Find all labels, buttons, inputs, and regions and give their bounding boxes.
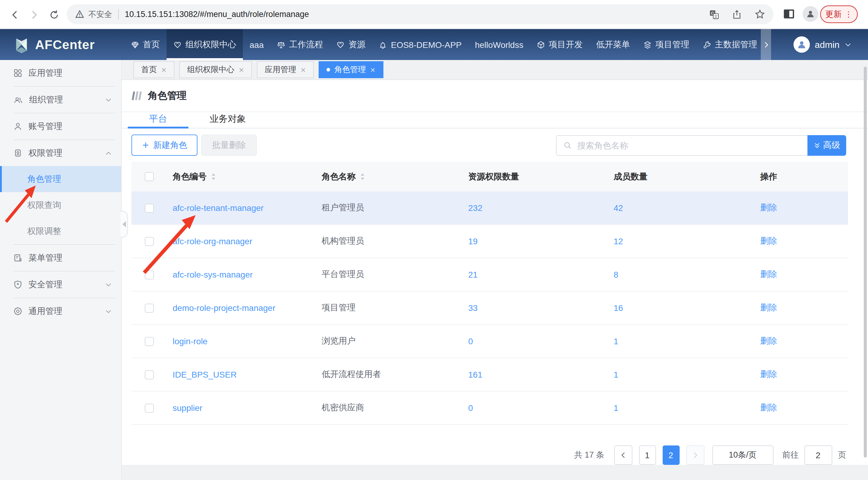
column-header[interactable]: 成员数量 xyxy=(605,171,752,182)
nav-item[interactable]: 资源 xyxy=(330,29,372,60)
member-count-link[interactable]: 8 xyxy=(614,270,618,279)
sidebar-item[interactable]: 角色管理 xyxy=(0,166,121,192)
row-checkbox[interactable] xyxy=(145,403,154,413)
translate-icon[interactable]: G文 xyxy=(709,9,719,19)
resource-count-link[interactable]: 232 xyxy=(468,203,483,213)
table-row[interactable]: afc-role-tenant-manager 租户管理员 232 42 删除 xyxy=(131,191,848,225)
column-header[interactable]: 角色名称 xyxy=(313,171,460,182)
nav-item[interactable]: 首页 xyxy=(124,29,166,60)
nav-item[interactable]: helloWorldss xyxy=(468,29,530,60)
role-id-link[interactable]: demo-role-project-manager xyxy=(173,303,275,313)
sidebar-item[interactable]: 账号管理 xyxy=(0,113,121,140)
nav-item[interactable]: EOS8-DEMO-APP xyxy=(372,29,468,60)
role-id-link[interactable]: afc-role-tenant-manager xyxy=(173,203,264,213)
sort-icon[interactable] xyxy=(360,173,365,181)
batch-delete-button[interactable]: 批量删除 xyxy=(201,134,257,156)
resource-count-link[interactable]: 161 xyxy=(468,370,483,380)
side-panel-icon[interactable] xyxy=(783,8,795,20)
page-size-select[interactable]: 10条/页 xyxy=(712,446,773,465)
page-number-button[interactable]: 1 xyxy=(639,446,656,465)
sidebar-item[interactable]: 通用管理 xyxy=(0,298,121,324)
sidebar-item[interactable]: 组织管理 xyxy=(0,87,121,113)
table-row[interactable]: afc-role-org-manager 机构管理员 19 12 删除 xyxy=(131,225,848,258)
user-menu[interactable]: admin xyxy=(794,29,851,60)
sidebar-item[interactable]: 权限查询 xyxy=(0,192,121,218)
member-count-link[interactable]: 1 xyxy=(614,370,618,380)
delete-link[interactable]: 删除 xyxy=(760,402,777,413)
browser-profile-avatar[interactable] xyxy=(803,6,818,22)
nav-item[interactable]: 组织权限中心 xyxy=(166,29,243,60)
delete-link[interactable]: 删除 xyxy=(760,203,777,213)
sidebar-item[interactable]: 权限调整 xyxy=(0,218,121,244)
resource-count-link[interactable]: 21 xyxy=(468,270,477,279)
row-checkbox[interactable] xyxy=(145,370,154,379)
table-row[interactable]: IDE_BPS_USER 低开流程使用者 161 1 删除 xyxy=(131,358,848,391)
url-text[interactable]: 10.15.15.151:13082/#/menu_auth/role/role… xyxy=(125,10,696,19)
role-id-link[interactable]: afc-role-org-manager xyxy=(173,236,252,246)
nav-item[interactable]: aaa xyxy=(243,29,271,60)
member-count-link[interactable]: 16 xyxy=(614,303,623,313)
create-role-button[interactable]: 新建角色 xyxy=(131,134,197,156)
close-icon[interactable] xyxy=(239,67,244,72)
column-header[interactable]: 资源权限数量 xyxy=(460,171,605,182)
table-row[interactable]: demo-role-project-manager 项目管理 33 16 删除 xyxy=(131,292,848,325)
workspace-tab[interactable]: 首页 xyxy=(133,61,175,78)
row-checkbox[interactable] xyxy=(145,303,154,312)
select-all-checkbox[interactable] xyxy=(145,172,154,181)
row-checkbox[interactable] xyxy=(145,237,154,246)
delete-link[interactable]: 删除 xyxy=(760,269,777,280)
member-count-link[interactable]: 42 xyxy=(614,203,623,213)
row-checkbox[interactable] xyxy=(145,337,154,346)
advanced-search-button[interactable]: 高级 xyxy=(807,135,846,155)
nav-item[interactable]: 低开菜单 xyxy=(589,29,637,60)
member-count-link[interactable]: 12 xyxy=(614,236,623,246)
role-id-link[interactable]: supplier xyxy=(173,403,202,413)
next-page-button[interactable] xyxy=(686,446,704,465)
close-icon[interactable] xyxy=(370,67,376,72)
close-icon[interactable] xyxy=(161,67,166,72)
table-row[interactable]: afc-role-sys-manager 平台管理员 21 8 删除 xyxy=(131,258,848,292)
menu-dots-icon[interactable]: ⋮ xyxy=(845,10,852,19)
resource-count-link[interactable]: 19 xyxy=(468,236,477,246)
page-scrollbar[interactable] xyxy=(864,67,867,457)
browser-forward-icon[interactable] xyxy=(27,7,41,22)
row-checkbox[interactable] xyxy=(145,270,154,279)
goto-page-input[interactable] xyxy=(804,446,832,465)
nav-scroll-right-button[interactable] xyxy=(761,29,771,60)
nav-item[interactable]: 项目开发 xyxy=(530,29,589,60)
table-row[interactable]: supplier 机密供应商 0 1 删除 xyxy=(131,391,848,425)
page-number-button[interactable]: 2 xyxy=(662,446,679,465)
resource-count-link[interactable]: 33 xyxy=(468,303,477,313)
address-bar[interactable]: 不安全 10.15.15.151:13082/#/menu_auth/role/… xyxy=(67,4,774,24)
delete-link[interactable]: 删除 xyxy=(760,236,777,247)
search-input[interactable] xyxy=(576,140,807,151)
role-id-link[interactable]: IDE_BPS_USER xyxy=(173,370,237,380)
table-row[interactable]: login-role 浏览用户 0 1 删除 xyxy=(131,325,848,358)
app-logo[interactable]: AFCenter xyxy=(13,29,95,60)
browser-back-icon[interactable] xyxy=(7,7,22,22)
browser-reload-icon[interactable] xyxy=(46,7,61,22)
chrome-update-button[interactable]: 更新 ⋮ xyxy=(820,5,858,23)
bookmark-star-icon[interactable] xyxy=(755,9,765,20)
delete-link[interactable]: 删除 xyxy=(760,302,777,313)
workspace-tab[interactable]: 应用管理 xyxy=(257,61,314,78)
nav-item[interactable]: 主数据管理 xyxy=(696,29,761,60)
collapse-sidebar-handle[interactable] xyxy=(121,211,128,238)
delete-link[interactable]: 删除 xyxy=(760,369,777,380)
nav-item[interactable]: 项目管理 xyxy=(637,29,696,60)
resource-count-link[interactable]: 0 xyxy=(468,403,473,413)
role-id-link[interactable]: login-role xyxy=(173,336,208,346)
sidebar-item[interactable]: 安全管理 xyxy=(0,271,121,298)
close-icon[interactable] xyxy=(301,67,306,72)
workspace-tab[interactable]: 组织权限中心 xyxy=(179,61,252,78)
view-tab[interactable]: 平台 xyxy=(128,112,188,128)
member-count-link[interactable]: 1 xyxy=(614,336,618,346)
sort-icon[interactable] xyxy=(211,173,216,181)
nav-item[interactable]: 工作流程 xyxy=(271,29,330,60)
resource-count-link[interactable]: 0 xyxy=(468,336,473,346)
sidebar-item[interactable]: 应用管理 xyxy=(0,60,121,86)
column-header[interactable]: 角色编号 xyxy=(164,171,313,182)
member-count-link[interactable]: 1 xyxy=(614,403,618,413)
column-header[interactable]: 操作 xyxy=(752,171,848,182)
prev-page-button[interactable] xyxy=(614,446,632,465)
